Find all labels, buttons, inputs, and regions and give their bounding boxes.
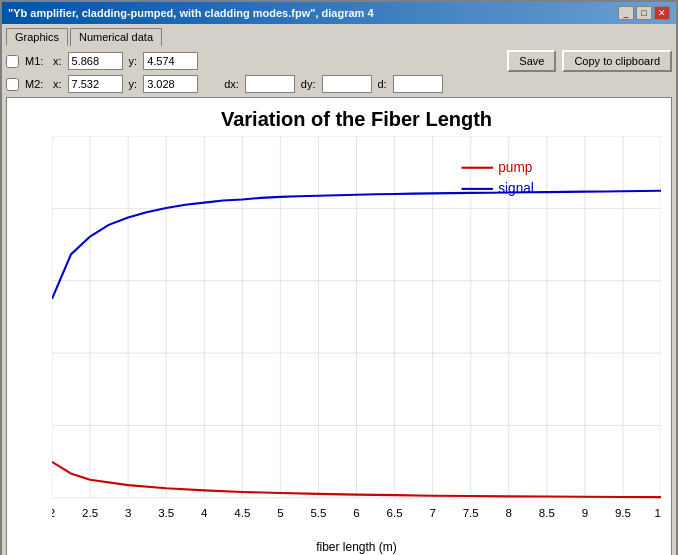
dy-input[interactable] xyxy=(322,75,372,93)
controls-panel: M1: x: y: Save Copy to clipboard M2: x: … xyxy=(6,50,672,93)
m1-x-label: x: xyxy=(53,55,62,67)
chart-container: 10 8 6 4 2 0 2 2.5 3 3.5 4 4.5 5 5.5 6 xyxy=(52,136,661,538)
title-bar: "Yb amplifier, cladding-pumped, with cla… xyxy=(2,2,676,24)
close-button[interactable]: ✕ xyxy=(654,6,670,20)
svg-text:5: 5 xyxy=(277,507,283,519)
chart-title: Variation of the Fiber Length xyxy=(221,108,492,131)
window-title: "Yb amplifier, cladding-pumped, with cla… xyxy=(8,7,374,19)
marker2-row: M2: x: y: dx: dy: d: xyxy=(6,75,672,93)
m1-x-input[interactable] xyxy=(68,52,123,70)
maximize-button[interactable]: □ xyxy=(636,6,652,20)
svg-text:6: 6 xyxy=(353,507,359,519)
m2-y-input[interactable] xyxy=(143,75,198,93)
m2-label: M2: xyxy=(25,78,47,90)
dx-input[interactable] xyxy=(245,75,295,93)
m2-checkbox[interactable] xyxy=(6,78,19,91)
tab-numerical-data[interactable]: Numerical data xyxy=(70,28,162,46)
chart-area: Variation of the Fiber Length xyxy=(6,97,672,555)
svg-text:3: 3 xyxy=(125,507,131,519)
window-content: Graphics Numerical data M1: x: y: Save C… xyxy=(2,24,676,555)
svg-text:7: 7 xyxy=(429,507,435,519)
main-window: "Yb amplifier, cladding-pumped, with cla… xyxy=(0,0,678,555)
svg-text:4: 4 xyxy=(201,507,208,519)
d-label: d: xyxy=(378,78,387,90)
svg-text:2: 2 xyxy=(52,507,55,519)
tab-graphics[interactable]: Graphics xyxy=(6,28,68,46)
m2-x-input[interactable] xyxy=(68,75,123,93)
svg-text:5.5: 5.5 xyxy=(310,507,326,519)
m1-y-label: y: xyxy=(129,55,138,67)
svg-text:9: 9 xyxy=(582,507,588,519)
save-button[interactable]: Save xyxy=(507,50,556,72)
m2-y-label: y: xyxy=(129,78,138,90)
dx-label: dx: xyxy=(224,78,239,90)
dy-label: dy: xyxy=(301,78,316,90)
svg-text:7.5: 7.5 xyxy=(463,507,479,519)
d-input[interactable] xyxy=(393,75,443,93)
m1-checkbox[interactable] xyxy=(6,55,19,68)
svg-text:10: 10 xyxy=(655,507,661,519)
svg-text:8.5: 8.5 xyxy=(539,507,555,519)
tab-bar: Graphics Numerical data xyxy=(6,28,672,46)
m2-x-label: x: xyxy=(53,78,62,90)
x-axis-label: fiber length (m) xyxy=(316,540,397,554)
copy-clipboard-button[interactable]: Copy to clipboard xyxy=(562,50,672,72)
svg-text:4.5: 4.5 xyxy=(234,507,250,519)
svg-text:8: 8 xyxy=(506,507,512,519)
svg-text:signal: signal xyxy=(498,181,534,196)
minimize-button[interactable]: _ xyxy=(618,6,634,20)
svg-text:pump: pump xyxy=(498,160,532,175)
marker1-row: M1: x: y: Save Copy to clipboard xyxy=(6,50,672,72)
window-controls: _ □ ✕ xyxy=(618,6,670,20)
svg-text:3.5: 3.5 xyxy=(158,507,174,519)
m1-y-input[interactable] xyxy=(143,52,198,70)
m1-label: M1: xyxy=(25,55,47,67)
svg-text:2.5: 2.5 xyxy=(82,507,98,519)
svg-text:9.5: 9.5 xyxy=(615,507,631,519)
chart-svg: 10 8 6 4 2 0 2 2.5 3 3.5 4 4.5 5 5.5 6 xyxy=(52,136,661,538)
svg-text:6.5: 6.5 xyxy=(387,507,403,519)
